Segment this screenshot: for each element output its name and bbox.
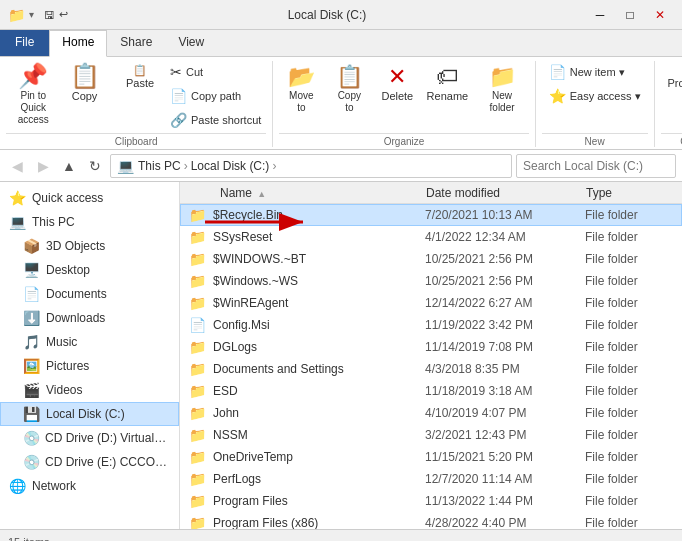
organize-buttons: 📂 Move to 📋 Copy to ✕ Delete 🏷 Rename xyxy=(279,61,528,131)
paste-shortcut-button[interactable]: 🔗 Paste shortcut xyxy=(165,109,266,131)
tab-share[interactable]: Share xyxy=(107,30,165,56)
col-type-header[interactable]: Type xyxy=(582,186,682,200)
sidebar-label-pictures: Pictures xyxy=(46,359,89,373)
title-bar-icons: 📁 ▾ 🖫 ↩ xyxy=(8,7,68,23)
refresh-button[interactable]: ↻ xyxy=(84,155,106,177)
clipboard-group: 📌 Pin to Quick access 📋 Copy 📋 Paste ✂ C… xyxy=(0,61,273,147)
address-path[interactable]: 💻 This PC › Local Disk (C:) › xyxy=(110,154,512,178)
close-button[interactable]: ✕ xyxy=(646,5,674,25)
window-controls[interactable]: ─ □ ✕ xyxy=(586,5,674,25)
properties-label: Properties xyxy=(668,77,682,89)
paste-button[interactable]: 📋 Paste xyxy=(115,61,165,131)
search-input[interactable] xyxy=(516,154,676,178)
new-group-label: New xyxy=(542,133,648,147)
delete-icon: ✕ xyxy=(388,64,406,90)
file-type: File folder xyxy=(581,318,681,332)
col-modified-header[interactable]: Date modified xyxy=(422,186,582,200)
col-name-header[interactable]: Name ▲ xyxy=(180,186,422,200)
file-type: File folder xyxy=(581,252,681,266)
easy-access-button[interactable]: ⭐ Easy access ▾ xyxy=(542,85,648,107)
move-to-button[interactable]: 📂 Move to xyxy=(279,61,323,131)
new-folder-label: New folder xyxy=(490,90,515,113)
table-row[interactable]: 📁 PerfLogs 12/7/2020 11:14 AM File folde… xyxy=(180,468,682,490)
sidebar-label-this-pc: This PC xyxy=(32,215,75,229)
delete-button[interactable]: ✕ Delete xyxy=(375,61,419,131)
sidebar-item-cd-drive-d[interactable]: 💿 CD Drive (D:) VirtualBox Guest A xyxy=(0,426,179,450)
file-name: $WINDOWS.~BT xyxy=(213,252,421,266)
file-modified: 4/3/2018 8:35 PM xyxy=(421,362,581,376)
table-row[interactable]: 📁 $Windows.~WS 10/25/2021 2:56 PM File f… xyxy=(180,270,682,292)
file-icon: 📁 xyxy=(187,339,207,355)
table-row[interactable]: 📁 $Recycle.Bin 7/20/2021 10:13 AM File f… xyxy=(180,204,682,226)
sidebar-item-quick-access[interactable]: ⭐ Quick access xyxy=(0,186,179,210)
maximize-button[interactable]: □ xyxy=(616,5,644,25)
table-row[interactable]: 📁 $WINDOWS.~BT 10/25/2021 2:56 PM File f… xyxy=(180,248,682,270)
sidebar-item-desktop[interactable]: 🖥️ Desktop xyxy=(0,258,179,282)
table-row[interactable]: 📁 $WinREAgent 12/14/2022 6:27 AM File fo… xyxy=(180,292,682,314)
sidebar-item-music[interactable]: 🎵 Music xyxy=(0,330,179,354)
3d-objects-icon: 📦 xyxy=(23,238,40,254)
sidebar-item-documents[interactable]: 📄 Documents xyxy=(0,282,179,306)
table-row[interactable]: 📁 John 4/10/2019 4:07 PM File folder xyxy=(180,402,682,424)
file-icon: 📁 xyxy=(187,515,207,529)
copy-path-label: Copy path xyxy=(191,90,241,102)
copy-to-button[interactable]: 📋 Copy to xyxy=(327,61,371,131)
new-folder-button[interactable]: 📁 New folder xyxy=(475,61,528,131)
properties-button[interactable]: ✔ Properties xyxy=(661,61,682,92)
file-name: DGLogs xyxy=(213,340,421,354)
file-name: Program Files xyxy=(213,494,421,508)
cut-button[interactable]: ✂ Cut xyxy=(165,61,266,83)
copy-button[interactable]: 📋 Copy xyxy=(63,61,107,105)
sidebar-item-downloads[interactable]: ⬇️ Downloads xyxy=(0,306,179,330)
file-modified: 3/2/2021 12:43 PM xyxy=(421,428,581,442)
file-name: John xyxy=(213,406,421,420)
tab-file[interactable]: File xyxy=(0,30,49,56)
table-row[interactable]: 📁 ESD 11/18/2019 3:18 AM File folder xyxy=(180,380,682,402)
rename-button[interactable]: 🏷 Rename xyxy=(423,61,471,131)
sidebar-item-videos[interactable]: 🎬 Videos xyxy=(0,378,179,402)
tab-home[interactable]: Home xyxy=(49,30,107,57)
table-row[interactable]: 📁 Documents and Settings 4/3/2018 8:35 P… xyxy=(180,358,682,380)
network-icon: 🌐 xyxy=(9,478,26,494)
paste-shortcut-icon: 🔗 xyxy=(170,112,187,128)
sidebar-label-local-disk: Local Disk (C:) xyxy=(46,407,125,421)
tab-view[interactable]: View xyxy=(165,30,217,56)
table-row[interactable]: 📄 Config.Msi 11/19/2022 3:42 PM File fol… xyxy=(180,314,682,336)
table-row[interactable]: 📁 NSSM 3/2/2021 12:43 PM File folder xyxy=(180,424,682,446)
pin-quick-access-button[interactable]: 📌 Pin to Quick access xyxy=(6,61,61,129)
sidebar-label-music: Music xyxy=(46,335,77,349)
sidebar-item-network[interactable]: 🌐 Network xyxy=(0,474,179,498)
file-name: ESD xyxy=(213,384,421,398)
file-type: File folder xyxy=(581,516,681,529)
col-modified-label: Date modified xyxy=(426,186,500,200)
sidebar-item-cd-drive-e[interactable]: 💿 CD Drive (E:) CCCOMA_X64FRE_ xyxy=(0,450,179,474)
paste-small-group: ✂ Cut 📄 Copy path 🔗 Paste shortcut xyxy=(165,61,266,131)
file-type: File folder xyxy=(581,208,681,222)
file-type: File folder xyxy=(581,450,681,464)
table-row[interactable]: 📁 SSysReset 4/1/2022 12:34 AM File folde… xyxy=(180,226,682,248)
back-button[interactable]: ◀ xyxy=(6,155,28,177)
file-name: $Recycle.Bin xyxy=(213,208,421,222)
table-row[interactable]: 📁 Program Files 11/13/2022 1:44 PM File … xyxy=(180,490,682,512)
organize-group-label: Organize xyxy=(279,133,528,147)
copy-label: Copy xyxy=(72,90,98,102)
minimize-button[interactable]: ─ xyxy=(586,5,614,25)
sidebar-item-local-disk[interactable]: 💾 Local Disk (C:) xyxy=(0,402,179,426)
table-row[interactable]: 📁 DGLogs 11/14/2019 7:08 PM File folder xyxy=(180,336,682,358)
file-name: PerfLogs xyxy=(213,472,421,486)
sidebar-item-3d-objects[interactable]: 📦 3D Objects xyxy=(0,234,179,258)
file-modified: 10/25/2021 2:56 PM xyxy=(421,274,581,288)
table-row[interactable]: 📁 OneDriveTemp 11/15/2021 5:20 PM File f… xyxy=(180,446,682,468)
copy-path-icon: 📄 xyxy=(170,88,187,104)
sidebar-item-this-pc[interactable]: 💻 This PC xyxy=(0,210,179,234)
file-icon: 📁 xyxy=(187,295,207,311)
sidebar-item-pictures[interactable]: 🖼️ Pictures xyxy=(0,354,179,378)
cd-drive-e-icon: 💿 xyxy=(23,454,39,470)
new-item-button[interactable]: 📄 New item ▾ xyxy=(542,61,632,83)
cut-label: Cut xyxy=(186,66,203,78)
forward-button[interactable]: ▶ xyxy=(32,155,54,177)
copy-path-button[interactable]: 📄 Copy path xyxy=(165,85,266,107)
new-folder-icon: 📁 xyxy=(489,64,516,90)
table-row[interactable]: 📁 Program Files (x86) 4/28/2022 4:40 PM … xyxy=(180,512,682,529)
up-button[interactable]: ▲ xyxy=(58,155,80,177)
